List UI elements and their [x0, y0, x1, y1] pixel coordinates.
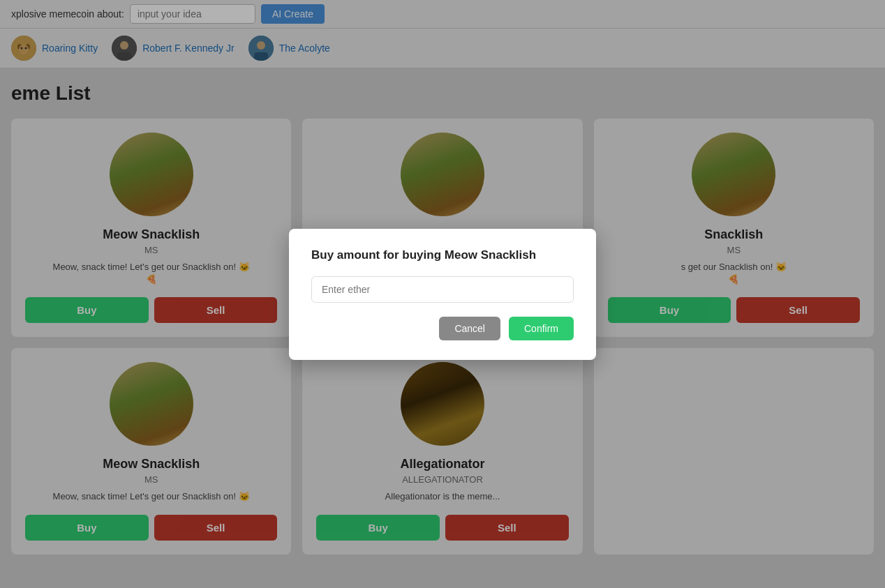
- modal-buttons: Cancel Confirm: [311, 317, 574, 340]
- modal-overlay: Buy amount for buying Meow Snacklish Can…: [0, 0, 885, 588]
- modal-confirm-button[interactable]: Confirm: [509, 317, 574, 340]
- modal-cancel-button[interactable]: Cancel: [439, 317, 500, 340]
- modal-title: Buy amount for buying Meow Snacklish: [311, 248, 574, 262]
- buy-modal: Buy amount for buying Meow Snacklish Can…: [289, 229, 596, 360]
- modal-ether-input[interactable]: [311, 276, 574, 303]
